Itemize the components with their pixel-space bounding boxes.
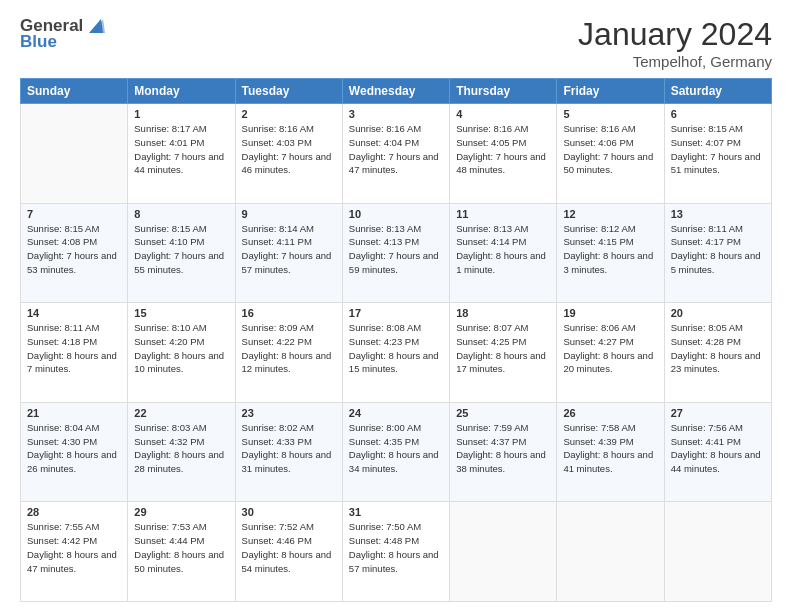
day-number: 9 bbox=[242, 208, 336, 220]
day-number: 8 bbox=[134, 208, 228, 220]
day-detail: Sunrise: 7:59 AMSunset: 4:37 PMDaylight:… bbox=[456, 421, 550, 476]
table-row: 9Sunrise: 8:14 AMSunset: 4:11 PMDaylight… bbox=[235, 203, 342, 303]
day-detail: Sunrise: 8:07 AMSunset: 4:25 PMDaylight:… bbox=[456, 321, 550, 376]
day-number: 28 bbox=[27, 506, 121, 518]
col-thursday: Thursday bbox=[450, 79, 557, 104]
table-row: 21Sunrise: 8:04 AMSunset: 4:30 PMDayligh… bbox=[21, 402, 128, 502]
day-detail: Sunrise: 8:15 AMSunset: 4:08 PMDaylight:… bbox=[27, 222, 121, 277]
day-detail: Sunrise: 8:04 AMSunset: 4:30 PMDaylight:… bbox=[27, 421, 121, 476]
day-detail: Sunrise: 8:06 AMSunset: 4:27 PMDaylight:… bbox=[563, 321, 657, 376]
day-number: 13 bbox=[671, 208, 765, 220]
col-friday: Friday bbox=[557, 79, 664, 104]
day-detail: Sunrise: 8:13 AMSunset: 4:13 PMDaylight:… bbox=[349, 222, 443, 277]
day-detail: Sunrise: 8:16 AMSunset: 4:03 PMDaylight:… bbox=[242, 122, 336, 177]
day-detail: Sunrise: 8:17 AMSunset: 4:01 PMDaylight:… bbox=[134, 122, 228, 177]
day-number: 31 bbox=[349, 506, 443, 518]
table-row: 20Sunrise: 8:05 AMSunset: 4:28 PMDayligh… bbox=[664, 303, 771, 403]
day-number: 12 bbox=[563, 208, 657, 220]
day-detail: Sunrise: 7:52 AMSunset: 4:46 PMDaylight:… bbox=[242, 520, 336, 575]
col-sunday: Sunday bbox=[21, 79, 128, 104]
col-wednesday: Wednesday bbox=[342, 79, 449, 104]
table-row: 11Sunrise: 8:13 AMSunset: 4:14 PMDayligh… bbox=[450, 203, 557, 303]
table-row: 12Sunrise: 8:12 AMSunset: 4:15 PMDayligh… bbox=[557, 203, 664, 303]
table-row: 22Sunrise: 8:03 AMSunset: 4:32 PMDayligh… bbox=[128, 402, 235, 502]
day-number: 16 bbox=[242, 307, 336, 319]
header-row: Sunday Monday Tuesday Wednesday Thursday… bbox=[21, 79, 772, 104]
table-row bbox=[21, 104, 128, 204]
day-number: 27 bbox=[671, 407, 765, 419]
day-number: 20 bbox=[671, 307, 765, 319]
day-detail: Sunrise: 8:02 AMSunset: 4:33 PMDaylight:… bbox=[242, 421, 336, 476]
day-detail: Sunrise: 7:58 AMSunset: 4:39 PMDaylight:… bbox=[563, 421, 657, 476]
day-detail: Sunrise: 8:11 AMSunset: 4:17 PMDaylight:… bbox=[671, 222, 765, 277]
table-row: 4Sunrise: 8:16 AMSunset: 4:05 PMDaylight… bbox=[450, 104, 557, 204]
table-row: 16Sunrise: 8:09 AMSunset: 4:22 PMDayligh… bbox=[235, 303, 342, 403]
table-row: 18Sunrise: 8:07 AMSunset: 4:25 PMDayligh… bbox=[450, 303, 557, 403]
table-row: 31Sunrise: 7:50 AMSunset: 4:48 PMDayligh… bbox=[342, 502, 449, 602]
table-row: 15Sunrise: 8:10 AMSunset: 4:20 PMDayligh… bbox=[128, 303, 235, 403]
calendar: Sunday Monday Tuesday Wednesday Thursday… bbox=[20, 78, 772, 602]
day-number: 10 bbox=[349, 208, 443, 220]
header: General Blue January 2024 Tempelhof, Ger… bbox=[20, 16, 772, 70]
table-row: 28Sunrise: 7:55 AMSunset: 4:42 PMDayligh… bbox=[21, 502, 128, 602]
day-detail: Sunrise: 8:12 AMSunset: 4:15 PMDaylight:… bbox=[563, 222, 657, 277]
day-detail: Sunrise: 8:15 AMSunset: 4:07 PMDaylight:… bbox=[671, 122, 765, 177]
table-row: 27Sunrise: 7:56 AMSunset: 4:41 PMDayligh… bbox=[664, 402, 771, 502]
day-number: 7 bbox=[27, 208, 121, 220]
day-number: 11 bbox=[456, 208, 550, 220]
day-number: 21 bbox=[27, 407, 121, 419]
day-detail: Sunrise: 8:14 AMSunset: 4:11 PMDaylight:… bbox=[242, 222, 336, 277]
table-row: 8Sunrise: 8:15 AMSunset: 4:10 PMDaylight… bbox=[128, 203, 235, 303]
day-number: 6 bbox=[671, 108, 765, 120]
day-detail: Sunrise: 8:00 AMSunset: 4:35 PMDaylight:… bbox=[349, 421, 443, 476]
logo: General Blue bbox=[20, 16, 105, 52]
day-number: 24 bbox=[349, 407, 443, 419]
table-row: 13Sunrise: 8:11 AMSunset: 4:17 PMDayligh… bbox=[664, 203, 771, 303]
day-detail: Sunrise: 7:55 AMSunset: 4:42 PMDaylight:… bbox=[27, 520, 121, 575]
table-row: 29Sunrise: 7:53 AMSunset: 4:44 PMDayligh… bbox=[128, 502, 235, 602]
table-row: 23Sunrise: 8:02 AMSunset: 4:33 PMDayligh… bbox=[235, 402, 342, 502]
day-number: 17 bbox=[349, 307, 443, 319]
day-detail: Sunrise: 8:05 AMSunset: 4:28 PMDaylight:… bbox=[671, 321, 765, 376]
day-number: 1 bbox=[134, 108, 228, 120]
table-row: 26Sunrise: 7:58 AMSunset: 4:39 PMDayligh… bbox=[557, 402, 664, 502]
day-number: 14 bbox=[27, 307, 121, 319]
week-row: 1Sunrise: 8:17 AMSunset: 4:01 PMDaylight… bbox=[21, 104, 772, 204]
table-row: 25Sunrise: 7:59 AMSunset: 4:37 PMDayligh… bbox=[450, 402, 557, 502]
day-number: 30 bbox=[242, 506, 336, 518]
day-detail: Sunrise: 8:10 AMSunset: 4:20 PMDaylight:… bbox=[134, 321, 228, 376]
table-row: 30Sunrise: 7:52 AMSunset: 4:46 PMDayligh… bbox=[235, 502, 342, 602]
week-row: 7Sunrise: 8:15 AMSunset: 4:08 PMDaylight… bbox=[21, 203, 772, 303]
month-title: January 2024 bbox=[578, 16, 772, 53]
col-saturday: Saturday bbox=[664, 79, 771, 104]
day-number: 4 bbox=[456, 108, 550, 120]
day-detail: Sunrise: 8:15 AMSunset: 4:10 PMDaylight:… bbox=[134, 222, 228, 277]
location-title: Tempelhof, Germany bbox=[578, 53, 772, 70]
day-detail: Sunrise: 7:50 AMSunset: 4:48 PMDaylight:… bbox=[349, 520, 443, 575]
table-row: 10Sunrise: 8:13 AMSunset: 4:13 PMDayligh… bbox=[342, 203, 449, 303]
table-row: 24Sunrise: 8:00 AMSunset: 4:35 PMDayligh… bbox=[342, 402, 449, 502]
day-detail: Sunrise: 8:13 AMSunset: 4:14 PMDaylight:… bbox=[456, 222, 550, 277]
table-row: 5Sunrise: 8:16 AMSunset: 4:06 PMDaylight… bbox=[557, 104, 664, 204]
day-number: 22 bbox=[134, 407, 228, 419]
table-row bbox=[450, 502, 557, 602]
table-row: 17Sunrise: 8:08 AMSunset: 4:23 PMDayligh… bbox=[342, 303, 449, 403]
day-detail: Sunrise: 8:16 AMSunset: 4:06 PMDaylight:… bbox=[563, 122, 657, 177]
day-number: 15 bbox=[134, 307, 228, 319]
day-number: 19 bbox=[563, 307, 657, 319]
week-row: 14Sunrise: 8:11 AMSunset: 4:18 PMDayligh… bbox=[21, 303, 772, 403]
logo-icon bbox=[85, 17, 105, 35]
day-number: 29 bbox=[134, 506, 228, 518]
day-detail: Sunrise: 8:08 AMSunset: 4:23 PMDaylight:… bbox=[349, 321, 443, 376]
day-number: 25 bbox=[456, 407, 550, 419]
table-row bbox=[557, 502, 664, 602]
week-row: 28Sunrise: 7:55 AMSunset: 4:42 PMDayligh… bbox=[21, 502, 772, 602]
day-detail: Sunrise: 8:09 AMSunset: 4:22 PMDaylight:… bbox=[242, 321, 336, 376]
day-detail: Sunrise: 8:16 AMSunset: 4:05 PMDaylight:… bbox=[456, 122, 550, 177]
day-detail: Sunrise: 7:56 AMSunset: 4:41 PMDaylight:… bbox=[671, 421, 765, 476]
col-monday: Monday bbox=[128, 79, 235, 104]
table-row: 7Sunrise: 8:15 AMSunset: 4:08 PMDaylight… bbox=[21, 203, 128, 303]
day-number: 3 bbox=[349, 108, 443, 120]
table-row: 2Sunrise: 8:16 AMSunset: 4:03 PMDaylight… bbox=[235, 104, 342, 204]
table-row: 3Sunrise: 8:16 AMSunset: 4:04 PMDaylight… bbox=[342, 104, 449, 204]
